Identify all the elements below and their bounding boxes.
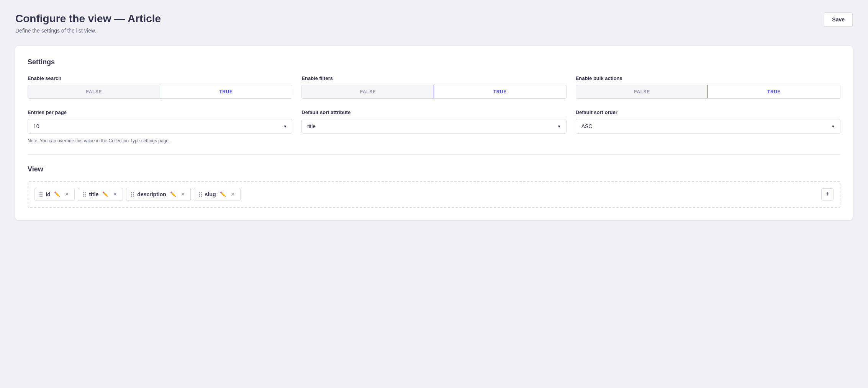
page-subtitle: Define the settings of the list view. xyxy=(15,28,161,34)
view-fields-container: id ✏️ ✕ title ✏️ ✕ xyxy=(28,181,840,208)
field-name-slug: slug xyxy=(205,191,216,197)
edit-field-title-button[interactable]: ✏️ xyxy=(102,191,109,197)
entries-per-page-select[interactable]: 10 20 50 100 xyxy=(28,119,292,134)
edit-field-id-button[interactable]: ✏️ xyxy=(53,191,61,197)
section-divider xyxy=(28,154,840,155)
enable-filters-field: Enable filters FALSE TRUE xyxy=(301,75,566,99)
enable-filters-true-btn[interactable]: TRUE xyxy=(434,85,567,99)
page-title: Configure the view — Article xyxy=(15,12,161,25)
drag-handle-title[interactable] xyxy=(83,192,86,197)
field-chip-slug: slug ✏️ ✕ xyxy=(194,188,241,201)
field-name-id: id xyxy=(46,191,50,197)
field-name-title: title xyxy=(89,191,98,197)
drag-handle-slug[interactable] xyxy=(199,192,202,197)
enable-bulk-actions-false-btn[interactable]: FALSE xyxy=(576,85,708,98)
field-name-description: description xyxy=(137,191,166,197)
enable-search-label: Enable search xyxy=(28,75,292,81)
edit-field-description-button[interactable]: ✏️ xyxy=(169,191,177,197)
page-header: Configure the view — Article Define the … xyxy=(15,12,853,34)
enable-bulk-actions-label: Enable bulk actions xyxy=(576,75,840,81)
default-sort-order-select[interactable]: ASC DESC xyxy=(576,119,840,134)
entries-per-page-label: Entries per page xyxy=(28,109,292,115)
enable-search-false-btn[interactable]: FALSE xyxy=(28,85,160,98)
default-sort-order-label: Default sort order xyxy=(576,109,840,115)
field-chip-description: description ✏️ ✕ xyxy=(126,188,190,201)
default-sort-attribute-label: Default sort attribute xyxy=(301,109,566,115)
page-header-text: Configure the view — Article Define the … xyxy=(15,12,161,34)
default-sort-order-field: Default sort order ASC DESC ▼ xyxy=(576,109,840,134)
enable-search-field: Enable search FALSE TRUE xyxy=(28,75,292,99)
field-chip-title: title ✏️ ✕ xyxy=(78,188,123,201)
drag-handle-description[interactable] xyxy=(131,192,134,197)
entries-per-page-field: Entries per page 10 20 50 100 ▼ xyxy=(28,109,292,134)
default-sort-order-select-wrapper: ASC DESC ▼ xyxy=(576,119,840,134)
add-field-button[interactable]: + xyxy=(821,188,834,201)
remove-field-description-button[interactable]: ✕ xyxy=(180,191,186,197)
settings-grid: Enable search FALSE TRUE Enable filters … xyxy=(28,75,840,99)
enable-bulk-actions-field: Enable bulk actions FALSE TRUE xyxy=(576,75,840,99)
enable-filters-label: Enable filters xyxy=(301,75,566,81)
enable-bulk-actions-true-btn[interactable]: TRUE xyxy=(708,85,840,99)
default-sort-attribute-select-wrapper: title id description slug ▼ xyxy=(301,119,566,134)
remove-field-title-button[interactable]: ✕ xyxy=(112,191,118,197)
settings-section-title: Settings xyxy=(28,58,840,66)
enable-search-toggle: FALSE TRUE xyxy=(28,85,292,99)
remove-field-slug-button[interactable]: ✕ xyxy=(230,191,236,197)
enable-filters-false-btn[interactable]: FALSE xyxy=(302,85,434,98)
field-chip-id: id ✏️ ✕ xyxy=(34,188,75,201)
view-section-title: View xyxy=(28,165,840,173)
enable-search-true-btn[interactable]: TRUE xyxy=(160,85,293,99)
save-button[interactable]: Save xyxy=(824,12,853,27)
default-sort-attribute-select[interactable]: title id description slug xyxy=(301,119,566,134)
enable-bulk-actions-toggle: FALSE TRUE xyxy=(576,85,840,99)
edit-field-slug-button[interactable]: ✏️ xyxy=(219,191,227,197)
entries-note: Note: You can override this value in the… xyxy=(28,138,840,143)
sort-grid: Entries per page 10 20 50 100 ▼ Default … xyxy=(28,109,840,134)
drag-handle-id[interactable] xyxy=(39,192,43,197)
entries-per-page-select-wrapper: 10 20 50 100 ▼ xyxy=(28,119,292,134)
enable-filters-toggle: FALSE TRUE xyxy=(301,85,566,99)
remove-field-id-button[interactable]: ✕ xyxy=(64,191,70,197)
default-sort-attribute-field: Default sort attribute title id descript… xyxy=(301,109,566,134)
settings-card: Settings Enable search FALSE TRUE Enable… xyxy=(15,46,853,220)
